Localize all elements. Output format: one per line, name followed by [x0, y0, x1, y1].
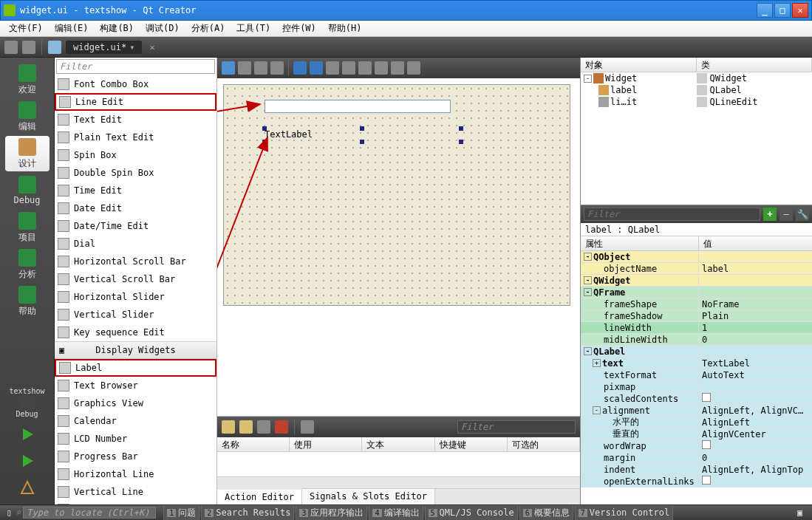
build-button[interactable]	[14, 476, 41, 499]
widget-item-calendar[interactable]: Calendar	[55, 412, 216, 430]
mode-分析[interactable]: 分析	[5, 247, 50, 282]
toggle-sidebar-icon[interactable]: ▣	[797, 507, 809, 518]
property-filter[interactable]	[584, 208, 760, 221]
prop-row[interactable]: textFormatAutoText	[581, 369, 812, 381]
prop-row[interactable]: scaledContents	[581, 393, 812, 405]
widget-item-horizontal-slider[interactable]: Horizontal Slider	[55, 288, 216, 306]
edit-signals-icon[interactable]	[238, 61, 251, 75]
output-pane-2[interactable]: 2Search Results	[201, 505, 294, 521]
action-col[interactable]: 快捷键	[435, 437, 508, 451]
menu-item[interactable]: 分析(A)	[185, 21, 231, 36]
widget-item-lcd-number[interactable]: LCD Number	[55, 430, 216, 448]
h-scrollbar[interactable]	[217, 476, 580, 488]
menu-item[interactable]: 调试(D)	[140, 21, 185, 36]
prop-row[interactable]: -alignmentAlignLeft, AlignVC…	[581, 405, 812, 417]
prop-row[interactable]: -QFrame	[581, 287, 812, 298]
layout-form-icon[interactable]	[375, 61, 388, 75]
prop-row[interactable]: -QLabel	[581, 346, 812, 358]
layout-vs-icon[interactable]	[342, 61, 355, 75]
menu-item[interactable]: 工具(T)	[231, 21, 276, 36]
new-action-icon[interactable]	[222, 420, 235, 434]
prop-row[interactable]: wordWrap	[581, 440, 812, 452]
document-tab[interactable]: widget.ui* ▾	[66, 41, 142, 54]
prop-row[interactable]: midLineWidth0	[581, 334, 812, 346]
output-pane-6[interactable]: 6概要信息	[519, 505, 573, 521]
output-pane-5[interactable]: 5QML/JS Console	[425, 505, 518, 521]
widget-item-horizontal-line[interactable]: Horizontal Line	[55, 465, 216, 483]
configure-property-button[interactable]: 🔧	[796, 208, 809, 221]
mode-Debug[interactable]: Debug	[5, 173, 50, 208]
widget-item-display-widgets[interactable]: Display Widgets	[55, 341, 216, 359]
prop-row[interactable]: pixmap	[581, 381, 812, 393]
add-property-button[interactable]: +	[763, 208, 777, 221]
prop-col[interactable]: 值	[699, 236, 812, 250]
selection-handle[interactable]	[360, 140, 364, 144]
remove-property-button[interactable]: —	[779, 208, 793, 221]
widget-item-date/time-edit[interactable]: Date/Time Edit	[55, 217, 216, 235]
action-col[interactable]: 使用	[290, 437, 362, 451]
maximize-button[interactable]: □	[774, 3, 791, 18]
menu-item[interactable]: 文件(F)	[3, 21, 49, 36]
selection-handle[interactable]	[360, 126, 364, 131]
prop-row[interactable]: lineWidth1	[581, 322, 812, 334]
widget-filter[interactable]: Filter	[56, 59, 215, 74]
obj-row[interactable]: -WidgetQWidget	[581, 72, 812, 84]
action-tab[interactable]: Signals & Slots Editor	[302, 489, 435, 504]
close-button[interactable]: ✕	[792, 3, 808, 18]
widget-item-progress-bar[interactable]: Progress Bar	[55, 448, 216, 465]
back-icon[interactable]	[4, 41, 18, 54]
widget-item-text-edit[interactable]: Text Edit	[55, 111, 216, 129]
prop-row[interactable]: -QWidget	[581, 275, 812, 287]
widget-item-double-spin-box[interactable]: Double Spin Box	[55, 164, 216, 182]
configure-icon[interactable]	[301, 420, 314, 434]
file-icon[interactable]	[48, 41, 61, 54]
widget-item-label[interactable]: Label	[55, 359, 216, 377]
widget-item-line-edit[interactable]: Line Edit	[55, 93, 216, 111]
prop-row[interactable]: +textTextLabel	[581, 358, 812, 369]
selection-handle[interactable]	[459, 140, 463, 144]
forward-icon[interactable]	[22, 41, 35, 54]
layout-hs-icon[interactable]	[326, 61, 339, 75]
widget-item-vertical-slider[interactable]: Vertical Slider	[55, 306, 216, 324]
prop-row[interactable]: 垂直的AlignVCenter	[581, 428, 812, 440]
break-layout-icon[interactable]	[391, 61, 404, 75]
mode-欢迎[interactable]: 欢迎	[5, 62, 50, 98]
obj-col[interactable]: 类	[697, 58, 813, 72]
obj-row[interactable]: li…itQLineEdit	[581, 96, 812, 108]
minimize-button[interactable]: _	[757, 3, 773, 18]
locator-input[interactable]: Type to locate (Ctrl+K)	[23, 507, 156, 519]
widget-item-horizontal-scroll-bar[interactable]: Horizontal Scroll Bar	[55, 253, 216, 270]
debug-button[interactable]	[14, 450, 41, 472]
action-tab[interactable]: Action Editor	[217, 488, 302, 504]
layout-grid-icon[interactable]	[358, 61, 372, 75]
run-button[interactable]	[14, 423, 41, 445]
project-selector[interactable]: textshowDebug	[5, 385, 50, 420]
edit-widgets-icon[interactable]	[222, 61, 235, 75]
mode-设计[interactable]: 设计	[5, 136, 50, 171]
adjust-size-icon[interactable]	[407, 61, 420, 75]
prop-row[interactable]: frameShadowPlain	[581, 310, 812, 322]
canvas-lineedit[interactable]	[265, 100, 451, 113]
canvas-label[interactable]: TextLabel	[265, 129, 464, 141]
output-pane-3[interactable]: 3应用程序输出	[296, 505, 367, 521]
tab-close-icon[interactable]: ✕	[149, 42, 154, 52]
action-col[interactable]: 名称	[217, 437, 290, 451]
form-widget[interactable]: TextLabel	[223, 84, 570, 306]
prop-row[interactable]: openExternalLinks	[581, 476, 812, 488]
output-pane-4[interactable]: 4编译输出	[369, 505, 423, 521]
mode-项目[interactable]: 项目	[5, 210, 50, 245]
prop-row[interactable]: margin0	[581, 452, 812, 464]
edit-tab-order-icon[interactable]	[270, 61, 284, 75]
action-filter[interactable]: Filter	[457, 420, 576, 434]
widget-item-open-gl-widget[interactable]: Open GL Widget	[55, 501, 216, 504]
menu-item[interactable]: 帮助(H)	[322, 21, 368, 36]
widget-item-graphics-view[interactable]: Graphics View	[55, 394, 216, 412]
selection-handle[interactable]	[459, 126, 463, 131]
widget-item-date-edit[interactable]: Date Edit	[55, 199, 216, 217]
widget-item-spin-box[interactable]: Spin Box	[55, 146, 216, 164]
widget-item-key-sequence-edit[interactable]: Key sequence Edit	[55, 324, 216, 341]
output-pane-1[interactable]: 1问题	[163, 505, 199, 521]
action-col[interactable]: 可选的	[508, 437, 580, 451]
prop-row[interactable]: objectNamelabel	[581, 263, 812, 275]
action-col[interactable]: 文本	[362, 437, 434, 451]
